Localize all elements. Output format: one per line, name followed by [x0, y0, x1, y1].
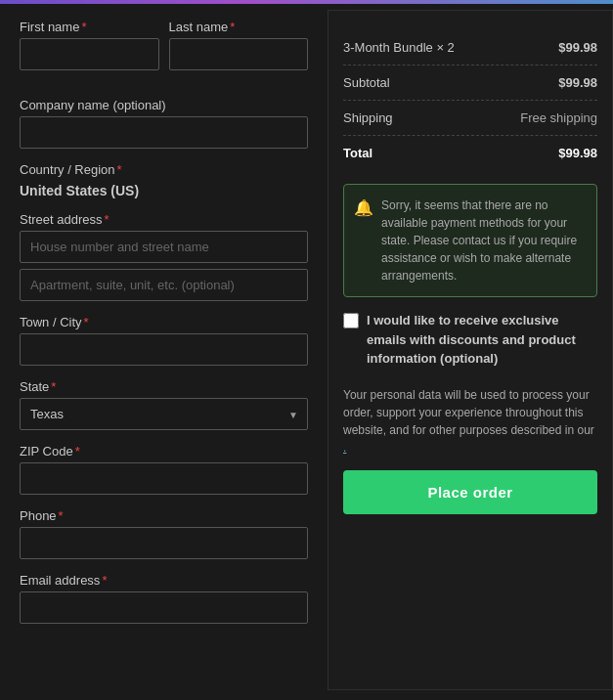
email-optin-checkbox[interactable]	[343, 313, 359, 328]
required-star: *	[81, 20, 86, 34]
phone-label: Phone*	[20, 508, 308, 523]
company-group: Company name (optional)	[20, 98, 308, 149]
email-label: Email address*	[20, 573, 308, 588]
right-panel: 3-Month Bundle × 2 $99.98 Subtotal $99.9…	[328, 10, 613, 690]
required-star: *	[51, 379, 56, 394]
email-group: Email address*	[20, 573, 308, 624]
state-label: State*	[20, 379, 308, 394]
required-star: *	[117, 162, 122, 177]
street-label: Street address*	[20, 212, 308, 227]
alert-text: Sorry, it seems that there are no availa…	[381, 198, 577, 283]
email-input[interactable]	[20, 591, 308, 624]
page-wrapper: First name* Last name* Company name (opt…	[0, 0, 613, 700]
required-star: *	[102, 573, 107, 588]
total-price: $99.98	[558, 146, 597, 160]
city-group: Town / City*	[20, 315, 308, 366]
first-name-input[interactable]	[20, 38, 159, 70]
zip-group: ZIP Code*	[20, 444, 308, 495]
privacy-link[interactable]: .	[343, 441, 346, 455]
bundle-price: $99.98	[558, 40, 597, 55]
last-name-input[interactable]	[169, 38, 309, 70]
bell-icon: 🔔	[354, 197, 373, 220]
left-panel: First name* Last name* Company name (opt…	[0, 10, 328, 690]
phone-input[interactable]	[20, 527, 308, 559]
city-input[interactable]	[20, 333, 308, 366]
company-input[interactable]	[20, 116, 308, 149]
subtotal-price: $99.98	[558, 75, 597, 90]
order-summary: 3-Month Bundle × 2 $99.98 Subtotal $99.9…	[343, 30, 597, 170]
place-order-button[interactable]: Place order	[343, 470, 597, 514]
state-select[interactable]: Texas California New York	[20, 398, 308, 430]
name-row: First name* Last name*	[20, 20, 308, 84]
shipping-line: Shipping Free shipping	[343, 101, 597, 136]
top-bar	[0, 0, 613, 4]
required-star: *	[59, 508, 64, 523]
phone-group: Phone*	[20, 508, 308, 559]
country-group: Country / Region* United States (US)	[20, 162, 308, 198]
city-label: Town / City*	[20, 315, 308, 329]
state-select-wrapper: Texas California New York	[20, 398, 308, 430]
payment-alert: 🔔 Sorry, it seems that there are no avai…	[343, 184, 597, 297]
country-value: United States (US)	[20, 183, 308, 198]
total-label: Total	[343, 146, 372, 160]
required-star: *	[105, 212, 109, 227]
subtotal-label: Subtotal	[343, 75, 390, 90]
zip-label: ZIP Code*	[20, 444, 308, 459]
street-input-2[interactable]	[20, 269, 308, 301]
last-name-group: Last name*	[169, 20, 309, 70]
state-group: State* Texas California New York	[20, 379, 308, 430]
required-star: *	[84, 315, 89, 329]
first-name-label: First name*	[20, 20, 159, 34]
email-optin-label: I would like to receive exclusive emails…	[367, 311, 597, 369]
total-line: Total $99.98	[343, 136, 597, 170]
required-star: *	[75, 444, 80, 459]
street-input-1[interactable]	[20, 231, 308, 263]
privacy-text: Your personal data will be used to proce…	[343, 386, 597, 457]
company-label: Company name (optional)	[20, 98, 308, 112]
street-group: Street address*	[20, 212, 308, 301]
bundle-name: 3-Month Bundle × 2	[343, 40, 455, 55]
first-name-group: First name*	[20, 20, 159, 70]
bundle-line: 3-Month Bundle × 2 $99.98	[343, 30, 597, 66]
subtotal-line: Subtotal $99.98	[343, 66, 597, 101]
email-optin-row: I would like to receive exclusive emails…	[343, 311, 597, 372]
shipping-value: Free shipping	[520, 110, 597, 125]
country-label: Country / Region*	[20, 162, 308, 177]
zip-input[interactable]	[20, 462, 308, 495]
required-star: *	[230, 20, 235, 34]
shipping-label: Shipping	[343, 110, 393, 125]
last-name-label: Last name*	[169, 20, 309, 34]
